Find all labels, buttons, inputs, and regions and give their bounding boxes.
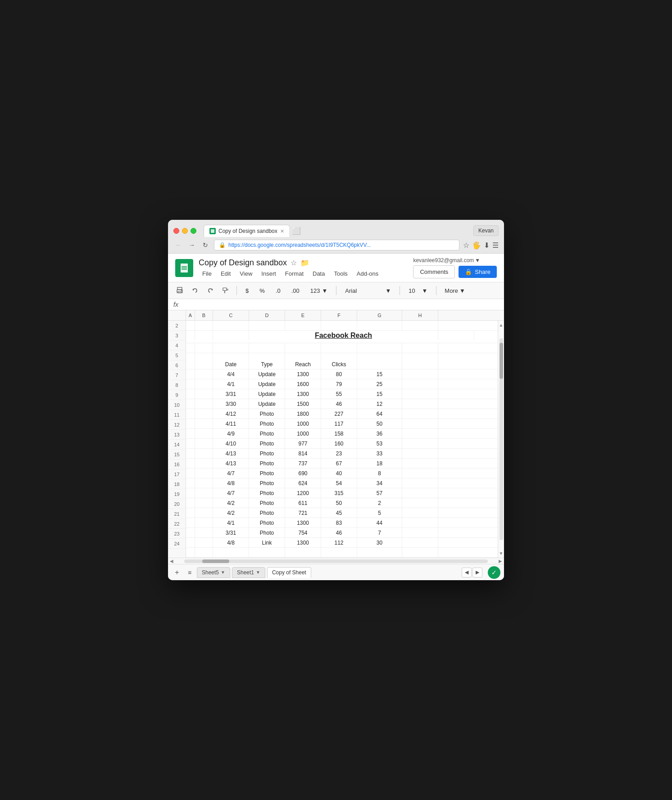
cell-23a[interactable] [186,538,195,548]
cell-8h[interactable] [402,389,438,399]
cell-23c[interactable]: 4/8 [213,538,249,548]
back-button[interactable]: ← [173,241,183,249]
cell-4h[interactable] [402,343,438,353]
cell-17e[interactable]: 624 [285,478,321,488]
cell-6a[interactable] [186,369,195,379]
pocket-icon[interactable]: ⬇ [484,241,490,250]
cell-21h[interactable] [402,518,438,528]
cell-9f[interactable]: 46 [321,399,357,409]
cell-7b[interactable] [195,379,213,389]
cell-23g[interactable]: 30 [357,538,402,548]
col-header-b[interactable]: B [195,310,213,320]
cell-20h[interactable] [402,508,438,518]
cell-5d-type[interactable]: Type [249,353,285,369]
cell-22a[interactable] [186,528,195,538]
cell-4f[interactable] [321,343,357,353]
cell-16e[interactable]: 690 [285,468,321,478]
cell-13h[interactable] [402,439,438,449]
close-button[interactable] [173,228,179,234]
percent-button[interactable]: % [255,286,269,296]
cell-9d[interactable]: Update [249,399,285,409]
user-profile-button[interactable]: Kevan [473,225,499,236]
cell-12a[interactable] [186,429,195,439]
add-sheet-button[interactable]: + [172,567,182,578]
cell-24h[interactable] [402,548,438,558]
cell-21g[interactable]: 44 [357,518,402,528]
cell-12e[interactable]: 1000 [285,429,321,439]
cell-15a[interactable] [186,459,195,468]
cell-21b[interactable] [195,518,213,528]
bookmark-icon[interactable]: ☆ [463,241,469,250]
cell-19b[interactable] [195,498,213,508]
cell-2f[interactable] [321,321,357,331]
cell-11d[interactable]: Photo [249,419,285,429]
cell-22h[interactable] [402,528,438,538]
print-button[interactable] [173,284,186,297]
cell-7d[interactable]: Update [249,379,285,389]
cell-24d[interactable] [249,548,285,558]
cell-22f[interactable]: 46 [321,528,357,538]
cell-5e-reach[interactable]: Reach [285,353,321,369]
cell-21f[interactable]: 83 [321,518,357,528]
cell-4a[interactable] [186,343,195,353]
cell-8e[interactable]: 1300 [285,389,321,399]
cell-11c[interactable]: 4/11 [213,419,249,429]
cell-15h[interactable] [402,459,438,468]
cell-2b[interactable] [195,321,213,331]
cell-9e[interactable]: 1500 [285,399,321,409]
cell-4b[interactable] [195,343,213,353]
decimal-dec-button[interactable]: .0 [272,286,285,296]
url-bar[interactable]: 🔒 https://docs.google.com/spreadsheets/d… [214,240,459,250]
menu-edit[interactable]: Edit [217,269,234,278]
new-tab-button[interactable]: ⬜ [290,224,303,237]
cell-7e[interactable]: 1600 [285,379,321,389]
cell-8a[interactable] [186,389,195,399]
cell-24c[interactable] [213,548,249,558]
cell-15b[interactable] [195,459,213,468]
cell-2g[interactable] [357,321,402,331]
cell-14f[interactable]: 23 [321,449,357,459]
cell-18d[interactable]: Photo [249,488,285,498]
cell-22e[interactable]: 754 [285,528,321,538]
formula-input[interactable] [186,301,499,308]
cell-20d[interactable]: Photo [249,508,285,518]
cell-6b[interactable] [195,369,213,379]
cell-2h[interactable] [402,321,438,331]
paint-format-button[interactable] [219,284,232,297]
cell-22c[interactable]: 3/31 [213,528,249,538]
col-header-e[interactable]: E [285,310,321,320]
scroll-up-arrow[interactable]: ▲ [497,321,504,329]
cell-14g[interactable]: 33 [357,449,402,459]
sheet-menu-button[interactable]: ≡ [184,567,195,578]
cell-19a[interactable] [186,498,195,508]
cell-21e[interactable]: 1300 [285,518,321,528]
col-header-h[interactable]: H [402,310,438,320]
cell-3h[interactable] [438,331,474,341]
cell-16c[interactable]: 4/7 [213,468,249,478]
cell-3a[interactable] [186,331,195,341]
cell-9c[interactable]: 3/30 [213,399,249,409]
cell-18g[interactable]: 57 [357,488,402,498]
cell-11e[interactable]: 1000 [285,419,321,429]
cell-13e[interactable]: 977 [285,439,321,449]
cell-11h[interactable] [402,419,438,429]
cell-13c[interactable]: 4/10 [213,439,249,449]
cell-15g[interactable]: 18 [357,459,402,468]
cell-24b[interactable] [195,548,213,558]
cell-7h[interactable] [402,379,438,389]
col-header-f[interactable]: F [321,310,357,320]
refresh-button[interactable]: ↻ [200,241,210,249]
cell-14e[interactable]: 814 [285,449,321,459]
cell-14h[interactable] [402,449,438,459]
cell-23b[interactable] [195,538,213,548]
cell-19h[interactable] [402,498,438,508]
col-header-a[interactable]: A [186,310,195,320]
cell-7c[interactable]: 4/1 [213,379,249,389]
cell-13g[interactable]: 53 [357,439,402,449]
cell-18a[interactable] [186,488,195,498]
horizontal-scrollbar[interactable]: ◀ ▶ [168,558,504,564]
decimal-inc-button[interactable]: .00 [287,286,304,296]
cell-4e[interactable] [285,343,321,353]
more-button[interactable]: More ▼ [441,286,469,295]
cell-11g[interactable]: 50 [357,419,402,429]
